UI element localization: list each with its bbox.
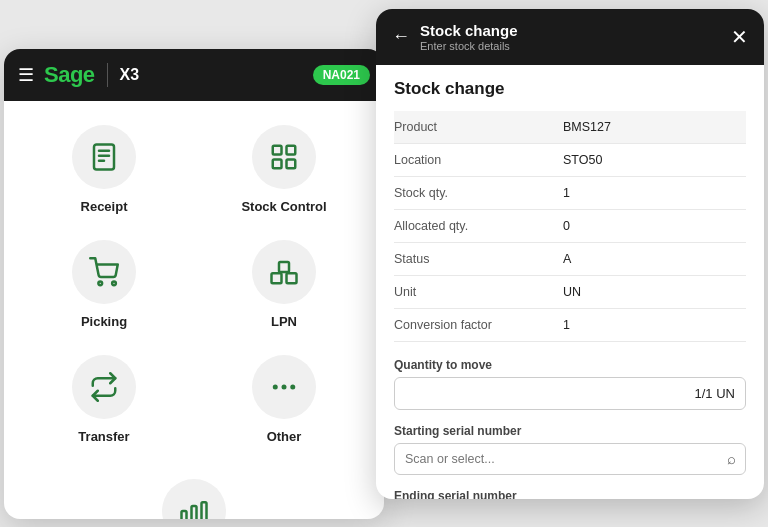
lpn-icon-circle — [252, 240, 316, 304]
production-icon-circle — [162, 479, 226, 519]
location-value: STO50 — [563, 143, 746, 176]
ending-serial-label: Ending serial number — [394, 489, 746, 499]
grid-item-production[interactable]: Production — [114, 465, 274, 519]
svg-rect-7 — [287, 159, 296, 168]
panel-header: ← Stock change Enter stock details ✕ — [376, 9, 764, 65]
status-value: A — [563, 242, 746, 275]
lpn-icon — [269, 257, 299, 287]
svg-point-15 — [290, 384, 295, 389]
svg-rect-5 — [287, 145, 296, 154]
panel-body: Stock change Product BMS127 Location STO… — [376, 65, 764, 499]
conversion-label: Conversion factor — [394, 308, 563, 341]
panel-subtitle: Enter stock details — [420, 40, 721, 52]
stock-qty-label: Stock qty. — [394, 176, 563, 209]
detail-table: Product BMS127 Location STO50 Stock qty.… — [394, 111, 746, 342]
app-card: ☰ Sage X3 NA021 Receipt — [4, 49, 384, 519]
close-button[interactable]: ✕ — [731, 27, 748, 47]
detail-row-location: Location STO50 — [394, 143, 746, 176]
allocated-qty-value: 0 — [563, 209, 746, 242]
hamburger-icon[interactable]: ☰ — [18, 64, 34, 86]
stock-control-icon-circle — [252, 125, 316, 189]
transfer-label: Transfer — [78, 429, 129, 444]
svg-rect-16 — [182, 511, 187, 519]
starting-serial-field-group: Starting serial number ⌕ — [394, 424, 746, 475]
stock-control-icon — [269, 142, 299, 172]
starting-serial-label: Starting serial number — [394, 424, 746, 438]
starting-serial-input[interactable] — [394, 443, 746, 475]
svg-rect-4 — [273, 145, 282, 154]
grid-item-lpn[interactable]: LPN — [194, 226, 374, 341]
svg-point-9 — [112, 281, 116, 285]
detail-row-unit: Unit UN — [394, 275, 746, 308]
product-value: BMS127 — [563, 111, 746, 144]
svg-rect-17 — [192, 506, 197, 519]
stock-qty-value: 1 — [563, 176, 746, 209]
picking-label: Picking — [81, 314, 127, 329]
detail-row-status: Status A — [394, 242, 746, 275]
lpn-label: LPN — [271, 314, 297, 329]
svg-point-14 — [282, 384, 287, 389]
detail-row-conversion: Conversion factor 1 — [394, 308, 746, 341]
grid-item-other[interactable]: Other — [194, 341, 374, 456]
transfer-icon-circle — [72, 355, 136, 419]
receipt-icon-circle — [72, 125, 136, 189]
svg-rect-11 — [287, 273, 297, 283]
picking-icon — [89, 257, 119, 287]
svg-rect-18 — [202, 502, 207, 519]
bottom-single: Production — [4, 461, 384, 519]
status-label: Status — [394, 242, 563, 275]
app-header: ☰ Sage X3 NA021 — [4, 49, 384, 101]
detail-row-product: Product BMS127 — [394, 111, 746, 144]
receipt-icon — [89, 142, 119, 172]
detail-row-stock-qty: Stock qty. 1 — [394, 176, 746, 209]
other-icon — [269, 372, 299, 402]
x3-label: X3 — [120, 66, 140, 84]
location-label: Location — [394, 143, 563, 176]
qty-field-group: Quantity to move — [394, 358, 746, 410]
divider — [107, 63, 108, 87]
grid-item-picking[interactable]: Picking — [14, 226, 194, 341]
panel-card: ← Stock change Enter stock details ✕ Sto… — [376, 9, 764, 499]
main-grid: Receipt Stock Control — [4, 101, 384, 461]
unit-label: Unit — [394, 275, 563, 308]
account-badge: NA021 — [313, 65, 370, 85]
other-icon-circle — [252, 355, 316, 419]
sage-logo: Sage — [44, 62, 95, 88]
grid-item-stock-control[interactable]: Stock Control — [194, 111, 374, 226]
detail-row-allocated-qty: Allocated qty. 0 — [394, 209, 746, 242]
product-label: Product — [394, 111, 563, 144]
svg-rect-6 — [273, 159, 282, 168]
svg-point-8 — [98, 281, 102, 285]
grid-item-transfer[interactable]: Transfer — [14, 341, 194, 456]
svg-rect-10 — [272, 273, 282, 283]
panel-section-title: Stock change — [394, 79, 746, 99]
production-icon — [179, 496, 209, 519]
starting-serial-wrap: ⌕ — [394, 443, 746, 475]
panel-title-group: Stock change Enter stock details — [420, 22, 721, 52]
back-button[interactable]: ← — [392, 26, 410, 47]
scene: ☰ Sage X3 NA021 Receipt — [4, 9, 764, 519]
unit-value: UN — [563, 275, 746, 308]
transfer-icon — [89, 372, 119, 402]
grid-item-receipt[interactable]: Receipt — [14, 111, 194, 226]
qty-field-label: Quantity to move — [394, 358, 746, 372]
picking-icon-circle — [72, 240, 136, 304]
svg-point-13 — [273, 384, 278, 389]
receipt-label: Receipt — [81, 199, 128, 214]
svg-rect-12 — [279, 262, 289, 272]
stock-control-label: Stock Control — [241, 199, 326, 214]
qty-input[interactable] — [394, 377, 746, 410]
allocated-qty-label: Allocated qty. — [394, 209, 563, 242]
ending-serial-field-group: Ending serial number — [394, 489, 746, 499]
other-label: Other — [267, 429, 302, 444]
conversion-value: 1 — [563, 308, 746, 341]
panel-title: Stock change — [420, 22, 721, 40]
